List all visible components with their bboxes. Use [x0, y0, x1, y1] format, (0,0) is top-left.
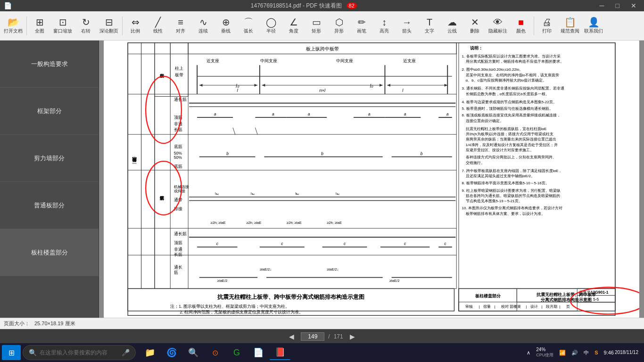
maximize-btn[interactable]: □ — [612, 2, 623, 9]
hide-label: 隐藏标注 — [488, 28, 507, 34]
connect-btn[interactable]: ∿ 连续 — [192, 13, 214, 39]
titlebar-controls[interactable]: ─ □ ✕ — [596, 2, 640, 9]
cloud-btn[interactable]: ☁ 云线 — [441, 13, 463, 39]
slide-icon: ⊟ — [105, 17, 113, 27]
radius-btn[interactable]: ◯ 半径 — [260, 13, 282, 39]
language-label: 中 — [584, 349, 589, 356]
contact-btn[interactable]: 👤 联系我们 — [582, 13, 605, 39]
next-page-btn[interactable]: ▶ — [347, 332, 358, 341]
page-number-input[interactable] — [301, 332, 324, 341]
window-btn[interactable]: ⊡ 窗口缩放 — [51, 13, 74, 39]
scale-label: 比例 — [131, 28, 140, 34]
svg-text:c: c — [281, 241, 283, 246]
svg-text:c: c — [404, 241, 406, 246]
rect-btn[interactable]: ▭ 矩形 — [305, 13, 327, 39]
svg-text:50%: 50% — [174, 155, 182, 160]
svg-text:c: c — [216, 241, 219, 246]
rotate-btn[interactable]: ↻ 右转 — [75, 13, 97, 39]
window-label: 窗口缩放 — [53, 28, 72, 34]
taskbar-app-search[interactable]: 🔍 — [183, 345, 204, 360]
print-btn[interactable]: 🖨 打印 — [536, 13, 558, 39]
taskbar-search[interactable]: 🔍 🎤 — [23, 345, 136, 360]
sidebar-item-shear[interactable]: 剪力墙部分 — [0, 135, 99, 182]
svg-text:a: a — [308, 112, 310, 116]
svg-text:非通: 非通 — [174, 122, 182, 126]
taskbar-app-edge[interactable]: 🌀 — [161, 345, 182, 360]
search-input[interactable] — [40, 349, 119, 356]
svg-text:|: | — [495, 304, 495, 309]
app-icon: 📄 — [4, 2, 12, 9]
titlebar-center: 1476769188514.pdf - PDF 快速看图 82 — [12, 2, 596, 10]
arc-btn[interactable]: ⌒ 弧长 — [238, 13, 259, 39]
svg-text:2. 图中α≥0.30lo;b≥0.20lo;c≥0.22l: 2. 图中α≥0.30lo;b≥0.20lo;c≥0.22lo。 — [462, 67, 523, 72]
norm-btn[interactable]: 📋 规范查阅 — [559, 13, 581, 39]
plumb-btn[interactable]: ⊕ 垂线 — [215, 13, 237, 39]
cloud-label: 云线 — [447, 28, 457, 34]
open-btn[interactable]: 📂 打开文档 — [2, 13, 25, 39]
shape-label: 异形 — [334, 28, 344, 34]
wps-icon: G — [233, 348, 240, 358]
pdf-viewer[interactable]: 一般构造要求 板带夹别 钢筋配筋量 柱上 板带 板上纵跨中板带 — [99, 41, 644, 318]
microphone-icon[interactable]: 🎤 — [122, 349, 130, 356]
svg-text:a: a — [272, 112, 274, 116]
svg-text:宿量: 宿量 — [483, 304, 491, 309]
hide-icon: 👁 — [493, 17, 503, 27]
print-label: 打印 — [542, 28, 552, 34]
tray-time[interactable]: 9:46 2018/11/12 — [602, 348, 640, 357]
draw-btn[interactable]: ✏ 画笔 — [351, 13, 372, 39]
tray-language[interactable]: 中 — [582, 348, 591, 357]
sidebar: 一般构造要求 框架部分 剪力墙部分 普通板部分 板柱楼盖部分 — [0, 41, 99, 318]
arrow-btn[interactable]: → 箭头 — [396, 13, 418, 39]
svg-text:审核: 审核 — [465, 304, 473, 309]
sidebar-item-frame[interactable]: 框架部分 — [0, 88, 99, 135]
color-btn[interactable]: ■ 颜色 — [510, 13, 532, 39]
sidebar-label-general: 一般构造要求 — [31, 58, 68, 69]
scale-btn[interactable]: ⇔ 比例 — [124, 13, 146, 39]
svg-text:连接位置由设计确定。: 连接位置由设计确定。 — [462, 119, 504, 123]
sidebar-item-normal-slab[interactable]: 普通板部分 — [0, 182, 99, 229]
text-btn[interactable]: T 文字 — [419, 13, 440, 39]
svg-text:且还应满足其端头超过支座中轴线lαE/2。: 且还应满足其端头超过支座中轴线lαE/2。 — [462, 174, 535, 178]
svg-text:|: | — [479, 304, 480, 309]
start-button[interactable]: ⊞ — [2, 345, 21, 360]
search-icon: 🔍 — [29, 349, 37, 356]
svg-text:通长: 通长 — [174, 265, 182, 270]
align-btn[interactable]: ≡ 对齐 — [170, 13, 191, 39]
color-label: 颜色 — [516, 28, 526, 34]
svg-text:说明：: 说明： — [470, 45, 483, 50]
shape-btn[interactable]: ⬡ 异形 — [328, 13, 350, 39]
taskbar-app-explorer[interactable]: 📁 — [140, 345, 160, 360]
svg-text:≥laE/2: ≥laE/2 — [389, 279, 399, 283]
plumb-icon: ⊕ — [222, 17, 230, 27]
rotate-icon: ↻ — [82, 17, 90, 27]
separator2 — [122, 16, 123, 35]
slide-btn[interactable]: ⊟ 深论翻页 — [98, 13, 120, 39]
taskbar-app-pdf[interactable]: 📄 — [248, 345, 269, 360]
hide-btn[interactable]: 👁 隐藏标注 — [487, 13, 509, 39]
close-btn[interactable]: ✕ — [627, 2, 640, 9]
svg-text:l₁ₑ: l₁ₑ — [251, 191, 255, 196]
tray-sound[interactable]: 🔊 — [570, 349, 580, 357]
sidebar-item-slab-column[interactable]: 板柱楼盖部分 — [0, 229, 99, 276]
svg-text:|: | — [541, 304, 542, 309]
svg-text:1. 各板带实际配筋应以设计方施工图要求为准。当设计方采: 1. 各板带实际配筋应以设计方施工图要求为准。当设计方采 — [462, 54, 561, 58]
prev-page-btn[interactable]: ◀ — [286, 332, 297, 341]
taskbar-app-wps[interactable]: G — [226, 345, 247, 360]
fullpage-btn[interactable]: ⊞ 全图 — [29, 13, 50, 39]
sidebar-item-general[interactable]: 一般构造要求 — [0, 41, 99, 88]
tray-ime[interactable]: S — [593, 349, 600, 356]
svg-text:用分离式配筋方案时，钢筋排布构造不应低于本图的要求。: 用分离式配筋方案时，钢筋排布构造不应低于本图的要求。 — [462, 59, 564, 64]
angle-btn[interactable]: ∠ 角度 — [283, 13, 305, 39]
minimize-btn[interactable]: ─ — [596, 2, 608, 9]
tray-network[interactable]: 📶 — [557, 349, 568, 357]
tray-expand[interactable]: ∧ — [525, 349, 532, 357]
svg-text:底筋: 底筋 — [174, 144, 182, 149]
taskbar-app-browser2[interactable]: ⊙ — [205, 345, 225, 360]
height-btn[interactable]: ↕ 高亮 — [373, 13, 395, 39]
tray-cpu[interactable]: 24% CPU使用 — [534, 346, 555, 359]
open-icon: 📂 — [8, 17, 19, 27]
taskbar-app-pdfviewer[interactable]: 📕 — [270, 345, 290, 360]
delete-btn[interactable]: ✕ 删除 — [464, 13, 486, 39]
line-btn[interactable]: ╱ 线性 — [147, 13, 169, 39]
svg-text:长筋: 长筋 — [174, 252, 182, 257]
